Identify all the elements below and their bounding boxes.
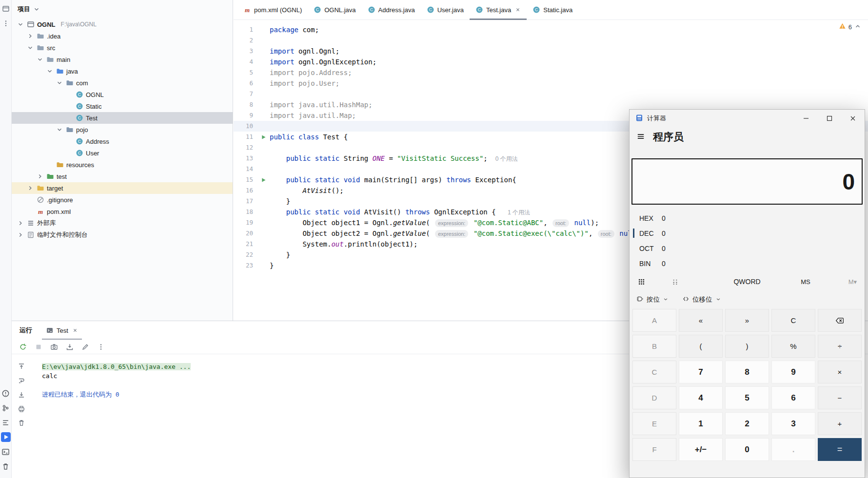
- tree-item-resources[interactable]: resources: [12, 159, 233, 171]
- key-B[interactable]: B: [632, 335, 676, 358]
- key-3[interactable]: 3: [771, 412, 815, 435]
- chevron-down-icon[interactable]: [17, 20, 24, 28]
- camera-icon[interactable]: [50, 343, 59, 351]
- hamburger-menu-icon[interactable]: [636, 132, 645, 142]
- chevron-down-icon[interactable]: [56, 79, 63, 87]
- stop-icon[interactable]: [34, 343, 43, 351]
- key-([interactable]: (: [679, 335, 723, 358]
- chevron-up-icon[interactable]: [854, 23, 861, 31]
- tree-item-pom.xml[interactable]: mpom.xml: [12, 206, 233, 217]
- radix-row-hex[interactable]: HEX0: [630, 210, 865, 226]
- key-7[interactable]: 7: [679, 361, 723, 383]
- key-+[interactable]: +: [818, 412, 862, 435]
- more-dots-icon[interactable]: [1, 19, 11, 28]
- chevron-down-icon[interactable]: [26, 44, 34, 52]
- more-dots-icon[interactable]: [97, 343, 105, 351]
- key-«[interactable]: «: [679, 309, 723, 332]
- run-tab-test[interactable]: Test: [42, 321, 82, 340]
- vcs-icon[interactable]: [1, 403, 11, 413]
- key-=[interactable]: =: [818, 438, 862, 461]
- key-E[interactable]: E: [632, 412, 676, 435]
- key-»[interactable]: »: [725, 309, 769, 332]
- bit-keypad-icon[interactable]: [671, 278, 715, 286]
- tab-Test.java[interactable]: CTest.java: [470, 0, 527, 19]
- tree-item-临时文件和控制台[interactable]: 临时文件和控制台: [12, 229, 233, 241]
- close-button[interactable]: [841, 110, 865, 127]
- memory-store-button[interactable]: MS: [779, 278, 832, 286]
- key-0[interactable]: 0: [725, 438, 769, 461]
- maximize-button[interactable]: [818, 110, 841, 127]
- close-tab-icon[interactable]: [515, 7, 521, 13]
- tree-item-OGNL[interactable]: OGNLF:\java\OGNL: [12, 19, 233, 30]
- trash-icon[interactable]: [1, 461, 11, 471]
- tree-item-Address[interactable]: CAddress: [12, 135, 233, 147]
- key-C[interactable]: C: [632, 361, 676, 383]
- calculator-titlebar[interactable]: 计算器: [630, 110, 865, 127]
- key-F[interactable]: F: [632, 438, 676, 461]
- tab-Static.java[interactable]: CStatic.java: [527, 0, 578, 19]
- run-icon[interactable]: [1, 432, 11, 442]
- key-6[interactable]: 6: [771, 386, 815, 409]
- key-backspace[interactable]: [818, 309, 862, 332]
- key-C[interactable]: C: [771, 309, 815, 332]
- full-keypad-icon[interactable]: [637, 278, 671, 286]
- scroll-top-icon[interactable]: [17, 362, 26, 371]
- tree-item-java[interactable]: java: [12, 65, 233, 77]
- terminal-icon[interactable]: [1, 447, 11, 457]
- key-8[interactable]: 8: [725, 361, 769, 383]
- key-−[interactable]: −: [818, 386, 862, 409]
- key-9[interactable]: 9: [771, 361, 815, 383]
- key-4[interactable]: 4: [679, 386, 723, 409]
- word-size-button[interactable]: QWORD: [715, 278, 779, 286]
- key-5[interactable]: 5: [725, 386, 769, 409]
- chevron-right-icon[interactable]: [36, 172, 44, 180]
- structure-icon[interactable]: [1, 418, 11, 427]
- key-D[interactable]: D: [632, 386, 676, 409]
- softwrap-icon[interactable]: [17, 376, 26, 385]
- tree-item-Test[interactable]: CTest: [12, 112, 233, 124]
- chevron-down-icon[interactable]: [56, 126, 63, 134]
- tree-item-com[interactable]: com: [12, 77, 233, 89]
- run-gutter-icon[interactable]: [257, 177, 270, 183]
- pencil-icon[interactable]: [81, 343, 90, 351]
- chevron-right-icon[interactable]: [26, 184, 34, 192]
- tab-User.java[interactable]: CUser.java: [421, 0, 470, 19]
- key-)[interactable]: ): [725, 335, 769, 358]
- tab-Address.java[interactable]: CAddress.java: [362, 0, 421, 19]
- chevron-right-icon[interactable]: [17, 219, 24, 227]
- memory-flyout-button[interactable]: M▾: [832, 278, 857, 286]
- tree-item-User[interactable]: CUser: [12, 147, 233, 159]
- key-×[interactable]: ×: [818, 361, 862, 383]
- tree-item-target[interactable]: target: [12, 182, 233, 194]
- radix-row-dec[interactable]: DEC0: [630, 226, 865, 241]
- tray-icon[interactable]: [65, 343, 74, 351]
- tree-item-.gitignore[interactable]: .gitignore: [12, 194, 233, 206]
- clear-icon[interactable]: [17, 419, 26, 427]
- tree-item-.idea[interactable]: .idea: [12, 30, 233, 42]
- radix-row-oct[interactable]: OCT0: [630, 241, 865, 256]
- radix-row-bin[interactable]: BIN0: [630, 256, 865, 271]
- key-.[interactable]: .: [771, 438, 815, 461]
- inspections-widget[interactable]: 6: [839, 22, 861, 31]
- chevron-down-icon[interactable]: [36, 56, 44, 63]
- tree-item-test[interactable]: test: [12, 171, 233, 182]
- chevron-right-icon[interactable]: [26, 32, 34, 40]
- key-A[interactable]: A: [632, 309, 676, 332]
- tree-item-src[interactable]: src: [12, 42, 233, 54]
- dropdown-位移位[interactable]: 位移位: [682, 295, 721, 304]
- run-gutter-icon[interactable]: [257, 134, 270, 140]
- key-%[interactable]: %: [771, 335, 815, 358]
- tree-item-Static[interactable]: CStatic: [12, 100, 233, 112]
- key-+/−[interactable]: +/−: [679, 438, 723, 461]
- project-icon[interactable]: [1, 4, 11, 14]
- tab-OGNL.java[interactable]: COGNL.java: [308, 0, 361, 19]
- dropdown-按位[interactable]: 按位: [636, 295, 669, 304]
- rerun-icon[interactable]: [19, 343, 27, 351]
- key-÷[interactable]: ÷: [818, 335, 862, 358]
- minimize-button[interactable]: [794, 110, 818, 127]
- problems-icon[interactable]: [1, 388, 11, 398]
- tree-item-main[interactable]: main: [12, 54, 233, 65]
- key-2[interactable]: 2: [725, 412, 769, 435]
- tab-pom.xml (OGNL)[interactable]: mpom.xml (OGNL): [237, 0, 308, 19]
- print-icon[interactable]: [17, 404, 26, 413]
